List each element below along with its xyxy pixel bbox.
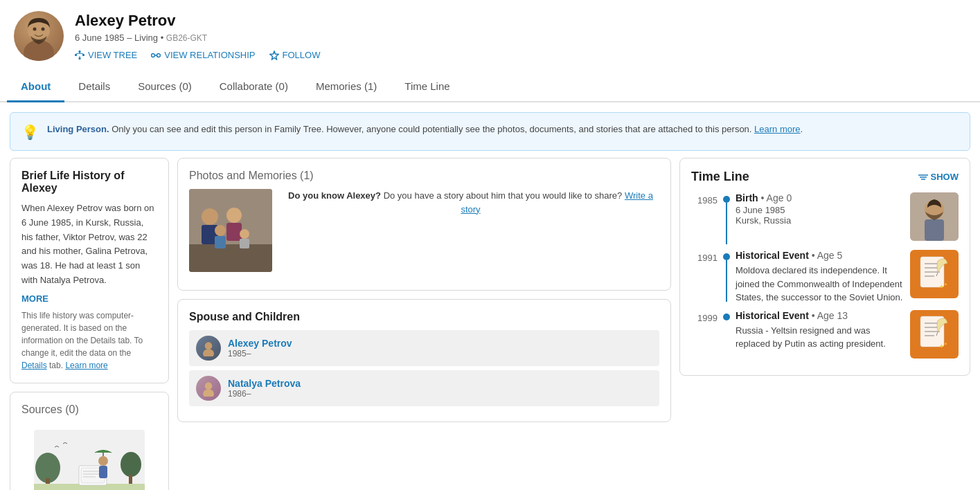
details-link[interactable]: Details: [21, 361, 47, 370]
brief-life-card: Brief Life History of Alexey When Alexey…: [10, 158, 169, 383]
tab-sources[interactable]: Sources (0): [124, 72, 206, 102]
male-person-icon: [200, 340, 217, 356]
tab-timeline[interactable]: Time Line: [391, 72, 463, 102]
tl-photo-1999: ✦ ✦: [910, 310, 959, 359]
svg-point-42: [203, 349, 214, 356]
tl-event-desc-1991: Moldova declared its independence. It jo…: [736, 264, 903, 305]
tl-event-type-1985: Birth • Age 0: [736, 192, 903, 203]
svg-rect-4: [79, 51, 81, 53]
brief-life-text: When Alexey Petrov was born on 6 June 19…: [21, 201, 157, 288]
banner-text: Living Person. Only you can see and edit…: [47, 122, 803, 136]
tl-event-date-1985: 6 June 1985: [736, 205, 903, 215]
svg-point-41: [205, 342, 213, 350]
svg-text:✦: ✦: [944, 342, 947, 346]
tl-event-place-1985: Kursk, Russia: [736, 215, 903, 226]
svg-point-39: [240, 229, 249, 239]
svg-rect-50: [925, 219, 944, 241]
birth-photo-svg: [910, 192, 959, 241]
tabs-bar: About Details Sources (0) Collaborate (0…: [0, 72, 980, 102]
sources-title: Sources (0): [21, 403, 157, 416]
svg-rect-7: [79, 57, 81, 60]
tl-event-age-1985: • Age 0: [761, 192, 792, 203]
svg-point-2: [33, 28, 37, 31]
svg-point-43: [205, 382, 213, 390]
tl-event-1985: Birth • Age 0 6 June 1985 Kursk, Russia: [736, 192, 959, 241]
svg-point-35: [226, 208, 242, 223]
tl-dot-1999: [723, 314, 730, 320]
tl-dot-1985: [723, 196, 730, 203]
svg-point-3: [42, 28, 45, 31]
relationship-icon: [151, 51, 161, 60]
star-icon: [269, 51, 279, 60]
photo-caption-area: Do you know Alexey? Do you have a story …: [282, 189, 659, 216]
tree-icon: [75, 51, 84, 60]
tl-event-body-1999: Historical Event • Age 13 Russia - Yelts…: [736, 310, 903, 359]
tl-line-1991: [723, 250, 730, 302]
profile-info: Alexey Petrov 6 June 1985 – Living • GB2…: [75, 12, 320, 60]
svg-rect-38: [215, 236, 226, 248]
spouse-children-title: Spouse and Children: [189, 311, 659, 323]
main-content: Brief Life History of Alexey When Alexey…: [0, 158, 980, 490]
tl-year-1991: 1991: [691, 250, 718, 263]
profile-dates: 6 June 1985 – Living • GB26-GKT: [75, 33, 320, 43]
more-link[interactable]: MORE: [21, 293, 157, 304]
family-photo[interactable]: [189, 189, 272, 272]
female-person-icon: [200, 380, 217, 397]
sources-svg: [34, 430, 145, 490]
profile-name: Alexey Petrov: [75, 12, 320, 30]
profile-header: Alexey Petrov 6 June 1985 – Living • GB2…: [0, 0, 980, 72]
svg-rect-40: [240, 239, 249, 248]
sources-card: Sources (0): [10, 392, 169, 490]
document-icon-1999: ✦ ✦: [917, 315, 952, 353]
photo-caption-bold: Do you know Alexey?: [288, 190, 381, 201]
middle-column: Photos and Memories (1): [177, 158, 671, 490]
follow-button[interactable]: FOLLOW: [269, 50, 321, 60]
svg-point-13: [157, 53, 161, 57]
svg-point-37: [215, 225, 226, 236]
tab-details[interactable]: Details: [64, 72, 124, 102]
tl-photo-1991: ✦ ✦: [910, 250, 959, 298]
spouse-children-card: Spouse and Children Alexey Petrov 1985–: [177, 299, 671, 422]
view-tree-button[interactable]: VIEW TREE: [75, 50, 137, 60]
tl-photo-1985: [910, 192, 959, 241]
learn-more-link[interactable]: Learn more: [65, 361, 107, 370]
living-person-banner: 💡 Living Person. Only you can see and ed…: [10, 112, 970, 151]
view-relationship-button[interactable]: VIEW RELATIONSHIP: [151, 50, 255, 60]
profile-actions: VIEW TREE VIEW RELATIONSHIP FOLLOW: [75, 50, 320, 60]
svg-point-27: [98, 456, 108, 466]
tl-event-age-1991: • Age 5: [812, 250, 843, 261]
tab-collaborate[interactable]: Collaborate (0): [206, 72, 302, 102]
svg-point-33: [202, 208, 218, 225]
avatar: [14, 11, 64, 61]
svg-text:✦: ✦: [939, 343, 944, 350]
svg-rect-36: [226, 223, 242, 241]
banner-learn-more-link[interactable]: Learn more: [754, 124, 800, 134]
tl-event-desc-1999: Russia - Yeltsin resigned and was replac…: [736, 324, 903, 351]
tl-event-type-1999: Historical Event • Age 13: [736, 310, 903, 321]
person-dates-alexey: 1985–: [228, 349, 292, 359]
tl-event-body-1985: Birth • Age 0 6 June 1985 Kursk, Russia: [736, 192, 903, 241]
svg-rect-6: [82, 54, 84, 56]
svg-point-44: [203, 389, 214, 397]
tl-line-1985: [723, 192, 730, 244]
left-column: Brief Life History of Alexey When Alexey…: [10, 158, 169, 490]
people-list: Alexey Petrov 1985– Natalya Petrova 1: [189, 330, 659, 406]
person-name-natalya: Natalya Petrova: [228, 378, 301, 389]
svg-line-9: [76, 53, 80, 54]
tl-event-1999: Historical Event • Age 13 Russia - Yelts…: [736, 310, 959, 359]
person-row-alexey[interactable]: Alexey Petrov 1985–: [189, 330, 659, 366]
timeline-show-button[interactable]: SHOW: [918, 172, 959, 182]
photo-caption: Do you know Alexey? Do you have a story …: [282, 189, 659, 216]
tl-event-1991: Historical Event • Age 5 Moldova declare…: [736, 250, 959, 305]
timeline-list: 1985 Birth • Age 0 6 June 1985 Kursk,: [691, 192, 959, 364]
person-row-natalya[interactable]: Natalya Petrova 1986–: [189, 370, 659, 406]
family-photo-svg: [189, 189, 272, 272]
svg-line-10: [80, 53, 84, 54]
tl-event-type-1991: Historical Event • Age 5: [736, 250, 903, 261]
svg-point-12: [152, 53, 155, 57]
person-info-alexey: Alexey Petrov 1985–: [228, 338, 292, 359]
tl-vert-1991: [726, 260, 727, 302]
tab-memories[interactable]: Memories (1): [302, 72, 391, 102]
photos-content: Do you know Alexey? Do you have a story …: [189, 189, 659, 279]
tab-about[interactable]: About: [7, 72, 64, 102]
